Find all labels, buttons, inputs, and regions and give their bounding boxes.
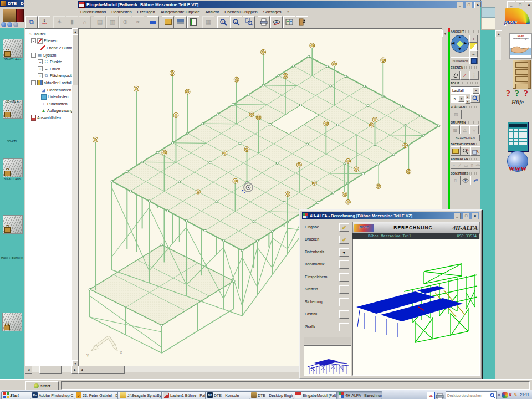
book-icon[interactable] bbox=[187, 16, 200, 28]
tray-kaspersky-icon[interactable]: K bbox=[509, 392, 512, 398]
task-einspeichern-check[interactable] bbox=[339, 273, 349, 282]
tree-item-auswahllisten[interactable]: Auswahllisten bbox=[27, 114, 74, 121]
menu-ebenen-gruppen[interactable]: Ebenen+Gruppen bbox=[222, 8, 260, 16]
edit-plane-icon-button[interactable]: ∕ bbox=[460, 71, 469, 80]
task-eingabe-check[interactable] bbox=[339, 223, 349, 232]
menu-ansicht[interactable]: Ansicht bbox=[203, 8, 222, 16]
rotate-right-icon[interactable]: ▶ bbox=[464, 41, 467, 45]
shade-toggle-button[interactable] bbox=[469, 43, 478, 50]
start-button[interactable]: Start bbox=[1, 391, 31, 399]
numerisch-button[interactable]: numerisch bbox=[451, 57, 470, 64]
task-folder[interactable]: J:\Seagate Sync\SyncRe... bbox=[117, 391, 163, 399]
eingabemodul-titlebar[interactable]: EingabeModul [Faltwerk: Bühne Mezzanine … bbox=[78, 1, 482, 8]
chevron-down-icon[interactable]: ▼ bbox=[473, 87, 479, 94]
tree-item-flaechenlasten[interactable]: ◪Flächenlasten bbox=[27, 86, 74, 94]
task-bandmatrix-check[interactable] bbox=[339, 260, 349, 269]
task-sicherung-check[interactable] bbox=[339, 298, 349, 306]
tree-item-punktlasten[interactable]: ↓Punktlasten bbox=[27, 100, 74, 108]
task-paint[interactable]: Lasten1 Bühne - Paint bbox=[161, 391, 207, 399]
task-lastfall-check[interactable] bbox=[339, 310, 349, 319]
display-options-icon[interactable] bbox=[270, 16, 283, 28]
vereinbarungen-icon[interactable]: pcae Vereinbarungen bbox=[509, 33, 532, 59]
rotate-up-icon[interactable]: ▲ bbox=[458, 35, 462, 39]
stepper-up-icon[interactable]: ▲ bbox=[465, 95, 470, 99]
copy-data-icon[interactable]: ⧉ bbox=[25, 16, 38, 28]
task-photoshop[interactable]: PsAdobe Photoshop CS3 E... bbox=[30, 391, 76, 399]
inspect-icon-button[interactable] bbox=[461, 146, 470, 156]
workbench-icon[interactable] bbox=[175, 16, 187, 28]
task-music[interactable]: ♪23. Peter Gabriel - Don't ... bbox=[74, 391, 120, 399]
tree-item-auflagerzwangsverformungen[interactable]: ▲Auflagerzwangsv bbox=[27, 108, 74, 115]
menu-erzeugen[interactable]: Erzeugen bbox=[135, 8, 158, 16]
car-icon[interactable] bbox=[147, 16, 159, 28]
menu-datenzustand[interactable]: Datenzustand bbox=[78, 8, 109, 16]
desktop-icon-3dktl-3[interactable] bbox=[3, 158, 23, 177]
tray-messenger-icon[interactable] bbox=[502, 392, 508, 398]
expand-icon[interactable]: + bbox=[38, 66, 43, 71]
expand-icon[interactable]: + bbox=[38, 59, 43, 64]
tree-item-linien[interactable]: +≡Linien bbox=[27, 65, 74, 73]
stepper-down-icon[interactable]: ▼ bbox=[465, 99, 470, 104]
dte-tray-icon[interactable]: DE bbox=[427, 392, 435, 399]
folie-select[interactable]: Lastfall ▼ bbox=[451, 86, 480, 94]
tree-item-system[interactable]: -▦System bbox=[27, 52, 74, 59]
bearbeiten-button[interactable]: BEARBEITEN bbox=[451, 135, 480, 141]
dte-desk-icon[interactable] bbox=[3, 9, 16, 22]
restore-icon[interactable]: □ bbox=[466, 2, 472, 8]
folie-stepper[interactable]: ▲ ▼ bbox=[465, 95, 469, 101]
tree-vscrollbar[interactable]: ▲ ▼ bbox=[72, 28, 78, 366]
desktop-scroll-track[interactable] bbox=[495, 37, 501, 60]
desktop-icon-3dktl-1[interactable] bbox=[3, 39, 23, 58]
tree-item-flaechenpositionen[interactable]: +⧉Flächenpositione bbox=[27, 73, 74, 80]
task-eingabemodul[interactable]: EingabeModul [Faltwerk:... bbox=[293, 391, 339, 399]
expand-icon[interactable]: + bbox=[38, 73, 43, 78]
zoom-out-icon[interactable]: - bbox=[230, 16, 242, 28]
chevron-down-icon[interactable]: ▼ bbox=[458, 95, 464, 102]
tree-item-ebene-2-buehne[interactable]: Ebene 2 Bühne bbox=[27, 44, 74, 52]
search-input[interactable] bbox=[446, 393, 490, 397]
view-rotate-pad[interactable]: ▲ ▼ ◀ ▶ bbox=[451, 35, 469, 53]
scroll-thumb[interactable] bbox=[39, 366, 62, 374]
zoom-in-icon[interactable]: + bbox=[217, 16, 229, 28]
numbers-icon-button[interactable]: 1²³ bbox=[470, 176, 480, 185]
collapse-icon[interactable]: - bbox=[31, 53, 36, 58]
minimize-icon[interactable]: _ bbox=[457, 2, 463, 8]
tray-expand-icon[interactable]: « bbox=[498, 392, 500, 398]
collapse-icon[interactable]: - bbox=[31, 38, 36, 43]
hilfe-icon[interactable]: ? ? ? Hilfe bbox=[503, 89, 532, 111]
dte-nav-back-icon[interactable] bbox=[1, 22, 6, 27]
export-icon[interactable] bbox=[162, 16, 174, 28]
zoom-plus-button[interactable]: + bbox=[469, 35, 478, 43]
new-icon[interactable]: ⇓neu bbox=[38, 16, 50, 28]
tree-item-ebenen[interactable]: -Ebenen bbox=[27, 38, 74, 45]
print-icon[interactable] bbox=[258, 16, 270, 28]
printer-tray-icon[interactable] bbox=[436, 392, 444, 398]
close-icon[interactable]: × bbox=[472, 213, 478, 219]
folie-number-select[interactable]: 5 ▼ bbox=[451, 95, 465, 103]
task-grafik-check[interactable] bbox=[339, 323, 349, 331]
task-staffeln-check[interactable] bbox=[339, 285, 349, 294]
restore-icon[interactable]: □ bbox=[463, 213, 469, 219]
task-drucken-check[interactable] bbox=[339, 236, 349, 244]
task-datenbasis-check[interactable] bbox=[339, 248, 349, 257]
menu-ausgewaehlte-objekte[interactable]: Ausgewählte Objekte bbox=[158, 8, 203, 16]
cabinet-icon[interactable] bbox=[513, 60, 531, 89]
task-dte-konsole[interactable]: DEDTE - Konsole bbox=[205, 391, 251, 399]
desktop-search[interactable] bbox=[446, 391, 497, 399]
folie-search-icon-button[interactable] bbox=[470, 94, 480, 103]
desktop-icon-3dktl-4[interactable] bbox=[3, 215, 23, 234]
scroll-left-icon[interactable]: ◀ bbox=[25, 366, 32, 374]
tree-item-linienlasten[interactable]: Linienlasten bbox=[27, 93, 74, 100]
minimize-icon[interactable]: _ bbox=[454, 213, 461, 219]
pcae-logo[interactable]: pcae bbox=[502, 8, 531, 28]
task-alfa[interactable]: 4H-ALFA - Berechnun... bbox=[336, 391, 382, 399]
tree-item-bauteil[interactable]: ⌂Bauteil bbox=[27, 30, 74, 38]
zoom-window-icon[interactable] bbox=[243, 16, 255, 28]
tree-hscrollbar[interactable]: ◀ ▶ bbox=[25, 366, 78, 372]
desktop-icon-halle-buehne[interactable] bbox=[2, 313, 22, 331]
menu-bearbeiten[interactable]: Bearbeiten bbox=[109, 8, 134, 16]
exit-icon[interactable] bbox=[296, 16, 308, 28]
menu-sonstiges[interactable]: Sonstiges bbox=[260, 8, 284, 16]
tray-pen-icon[interactable]: ✎ bbox=[514, 392, 518, 398]
alfa-dialog-titlebar[interactable]: 4H-ALFA - Berechnung [Bühne Mezzanine Te… bbox=[302, 212, 479, 219]
